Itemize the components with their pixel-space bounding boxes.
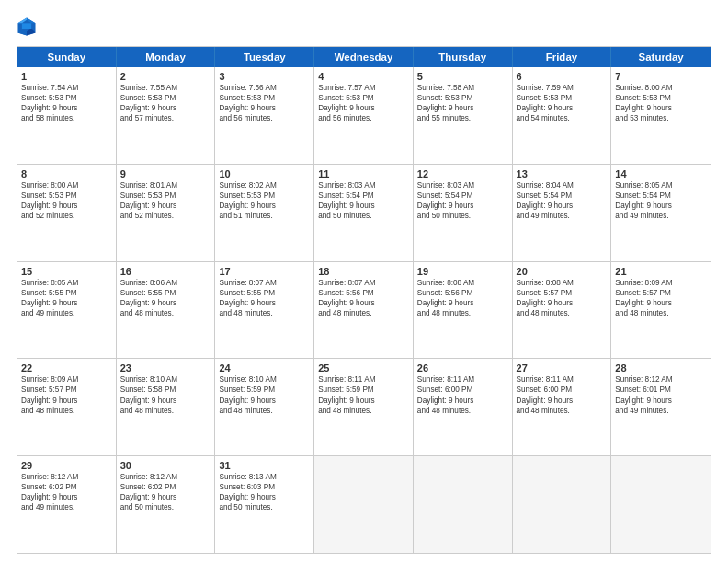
calendar-cell-16: 16Sunrise: 8:06 AMSunset: 5:55 PMDayligh… <box>117 262 216 359</box>
day-number: 5 <box>417 71 508 82</box>
weekday-header-tuesday: Tuesday <box>215 47 314 67</box>
cell-info: Sunrise: 8:08 AMSunset: 5:57 PMDaylight:… <box>517 278 608 318</box>
cell-info: Sunrise: 8:07 AMSunset: 5:55 PMDaylight:… <box>219 278 310 318</box>
day-number: 31 <box>219 460 310 471</box>
calendar-cell-27: 27Sunrise: 8:11 AMSunset: 6:00 PMDayligh… <box>513 359 612 455</box>
day-number: 24 <box>219 362 310 373</box>
cell-info: Sunrise: 8:08 AMSunset: 5:56 PMDaylight:… <box>417 278 508 318</box>
cell-info: Sunrise: 8:09 AMSunset: 5:57 PMDaylight:… <box>21 374 112 415</box>
calendar-cell-13: 13Sunrise: 8:04 AMSunset: 5:54 PMDayligh… <box>513 165 612 261</box>
calendar-cell-20: 20Sunrise: 8:08 AMSunset: 5:57 PMDayligh… <box>513 262 612 359</box>
cell-info: Sunrise: 7:55 AMSunset: 5:53 PMDaylight:… <box>120 83 211 123</box>
cell-info: Sunrise: 8:12 AMSunset: 6:02 PMDaylight:… <box>21 472 112 512</box>
cell-info: Sunrise: 8:09 AMSunset: 5:57 PMDaylight:… <box>615 278 707 318</box>
day-number: 20 <box>517 266 608 277</box>
cell-info: Sunrise: 8:11 AMSunset: 6:00 PMDaylight:… <box>517 374 608 415</box>
cell-info: Sunrise: 8:10 AMSunset: 5:59 PMDaylight:… <box>219 374 310 415</box>
calendar-cell-15: 15Sunrise: 8:05 AMSunset: 5:55 PMDayligh… <box>17 262 117 359</box>
day-number: 29 <box>21 460 112 471</box>
calendar-cell-9: 9Sunrise: 8:01 AMSunset: 5:53 PMDaylight… <box>117 165 216 261</box>
cell-info: Sunrise: 8:12 AMSunset: 6:02 PMDaylight:… <box>120 472 211 512</box>
logo-icon <box>17 17 37 37</box>
calendar-cell-22: 22Sunrise: 8:09 AMSunset: 5:57 PMDayligh… <box>17 359 117 455</box>
day-number: 27 <box>517 362 608 373</box>
cell-info: Sunrise: 8:05 AMSunset: 5:54 PMDaylight:… <box>615 180 707 221</box>
calendar-row-3: 22Sunrise: 8:09 AMSunset: 5:57 PMDayligh… <box>17 358 711 455</box>
calendar-cell-7: 7Sunrise: 8:00 AMSunset: 5:53 PMDaylight… <box>611 67 711 164</box>
day-number: 1 <box>21 71 112 82</box>
cell-info: Sunrise: 8:12 AMSunset: 6:01 PMDaylight:… <box>615 374 707 415</box>
cell-info: Sunrise: 8:11 AMSunset: 6:00 PMDaylight:… <box>417 374 508 415</box>
cell-info: Sunrise: 8:03 AMSunset: 5:54 PMDaylight:… <box>417 180 508 221</box>
calendar-cell-empty-4-6 <box>611 456 711 553</box>
calendar-cell-12: 12Sunrise: 8:03 AMSunset: 5:54 PMDayligh… <box>414 165 513 261</box>
calendar-cell-empty-4-3 <box>314 456 414 553</box>
day-number: 7 <box>615 71 707 82</box>
calendar-cell-24: 24Sunrise: 8:10 AMSunset: 5:59 PMDayligh… <box>215 359 314 455</box>
cell-info: Sunrise: 8:07 AMSunset: 5:56 PMDaylight:… <box>318 278 409 318</box>
cell-info: Sunrise: 8:06 AMSunset: 5:55 PMDaylight:… <box>120 278 211 318</box>
calendar-cell-3: 3Sunrise: 7:56 AMSunset: 5:53 PMDaylight… <box>215 67 314 164</box>
cell-info: Sunrise: 7:57 AMSunset: 5:53 PMDaylight:… <box>318 83 409 123</box>
calendar-cell-17: 17Sunrise: 8:07 AMSunset: 5:55 PMDayligh… <box>215 262 314 359</box>
calendar-cell-21: 21Sunrise: 8:09 AMSunset: 5:57 PMDayligh… <box>611 262 711 359</box>
calendar-cell-2: 2Sunrise: 7:55 AMSunset: 5:53 PMDaylight… <box>117 67 216 164</box>
cell-info: Sunrise: 8:05 AMSunset: 5:55 PMDaylight:… <box>21 278 112 318</box>
day-number: 11 <box>318 168 409 179</box>
weekday-header-friday: Friday <box>513 47 612 67</box>
calendar-cell-25: 25Sunrise: 8:11 AMSunset: 5:59 PMDayligh… <box>314 359 414 455</box>
cell-info: Sunrise: 7:59 AMSunset: 5:53 PMDaylight:… <box>517 83 608 123</box>
calendar-cell-29: 29Sunrise: 8:12 AMSunset: 6:02 PMDayligh… <box>17 456 117 553</box>
cell-info: Sunrise: 7:56 AMSunset: 5:53 PMDaylight:… <box>219 83 310 123</box>
cell-info: Sunrise: 7:58 AMSunset: 5:53 PMDaylight:… <box>417 83 508 123</box>
calendar-cell-30: 30Sunrise: 8:12 AMSunset: 6:02 PMDayligh… <box>117 456 216 553</box>
day-number: 23 <box>120 362 211 373</box>
cell-info: Sunrise: 8:00 AMSunset: 5:53 PMDaylight:… <box>615 83 707 123</box>
calendar-cell-23: 23Sunrise: 8:10 AMSunset: 5:58 PMDayligh… <box>117 359 216 455</box>
cell-info: Sunrise: 8:10 AMSunset: 5:58 PMDaylight:… <box>120 374 211 415</box>
day-number: 2 <box>120 71 211 82</box>
cell-info: Sunrise: 8:02 AMSunset: 5:53 PMDaylight:… <box>219 180 310 221</box>
calendar-cell-19: 19Sunrise: 8:08 AMSunset: 5:56 PMDayligh… <box>414 262 513 359</box>
day-number: 3 <box>219 71 310 82</box>
day-number: 28 <box>615 362 707 373</box>
calendar-row-1: 8Sunrise: 8:00 AMSunset: 5:53 PMDaylight… <box>17 164 711 261</box>
day-number: 4 <box>318 71 409 82</box>
day-number: 19 <box>417 266 508 277</box>
day-number: 9 <box>120 168 211 179</box>
cell-info: Sunrise: 8:01 AMSunset: 5:53 PMDaylight:… <box>120 180 211 221</box>
calendar: SundayMondayTuesdayWednesdayThursdayFrid… <box>17 46 711 554</box>
calendar-row-2: 15Sunrise: 8:05 AMSunset: 5:55 PMDayligh… <box>17 261 711 359</box>
calendar-cell-empty-4-4 <box>414 456 513 553</box>
day-number: 26 <box>417 362 508 373</box>
calendar-cell-empty-4-5 <box>513 456 612 553</box>
weekday-header-sunday: Sunday <box>17 47 117 67</box>
day-number: 22 <box>21 362 112 373</box>
day-number: 10 <box>219 168 310 179</box>
day-number: 8 <box>21 168 112 179</box>
cell-info: Sunrise: 8:13 AMSunset: 6:03 PMDaylight:… <box>219 472 310 512</box>
weekday-header-thursday: Thursday <box>414 47 513 67</box>
day-number: 16 <box>120 266 211 277</box>
day-number: 25 <box>318 362 409 373</box>
cell-info: Sunrise: 8:11 AMSunset: 5:59 PMDaylight:… <box>318 374 409 415</box>
calendar-cell-1: 1Sunrise: 7:54 AMSunset: 5:53 PMDaylight… <box>17 67 117 164</box>
calendar-row-0: 1Sunrise: 7:54 AMSunset: 5:53 PMDaylight… <box>17 67 711 164</box>
cell-info: Sunrise: 8:03 AMSunset: 5:54 PMDaylight:… <box>318 180 409 221</box>
day-number: 30 <box>120 460 211 471</box>
calendar-cell-10: 10Sunrise: 8:02 AMSunset: 5:53 PMDayligh… <box>215 165 314 261</box>
calendar-cell-31: 31Sunrise: 8:13 AMSunset: 6:03 PMDayligh… <box>215 456 314 553</box>
calendar-header: SundayMondayTuesdayWednesdayThursdayFrid… <box>17 47 711 67</box>
calendar-body: 1Sunrise: 7:54 AMSunset: 5:53 PMDaylight… <box>17 67 711 553</box>
calendar-cell-4: 4Sunrise: 7:57 AMSunset: 5:53 PMDaylight… <box>314 67 414 164</box>
calendar-cell-26: 26Sunrise: 8:11 AMSunset: 6:00 PMDayligh… <box>414 359 513 455</box>
calendar-cell-14: 14Sunrise: 8:05 AMSunset: 5:54 PMDayligh… <box>611 165 711 261</box>
weekday-header-monday: Monday <box>117 47 216 67</box>
day-number: 18 <box>318 266 409 277</box>
weekday-header-wednesday: Wednesday <box>314 47 414 67</box>
calendar-cell-6: 6Sunrise: 7:59 AMSunset: 5:53 PMDaylight… <box>513 67 612 164</box>
weekday-header-saturday: Saturday <box>611 47 711 67</box>
page: SundayMondayTuesdayWednesdayThursdayFrid… <box>0 0 728 563</box>
calendar-cell-11: 11Sunrise: 8:03 AMSunset: 5:54 PMDayligh… <box>314 165 414 261</box>
calendar-cell-28: 28Sunrise: 8:12 AMSunset: 6:01 PMDayligh… <box>611 359 711 455</box>
